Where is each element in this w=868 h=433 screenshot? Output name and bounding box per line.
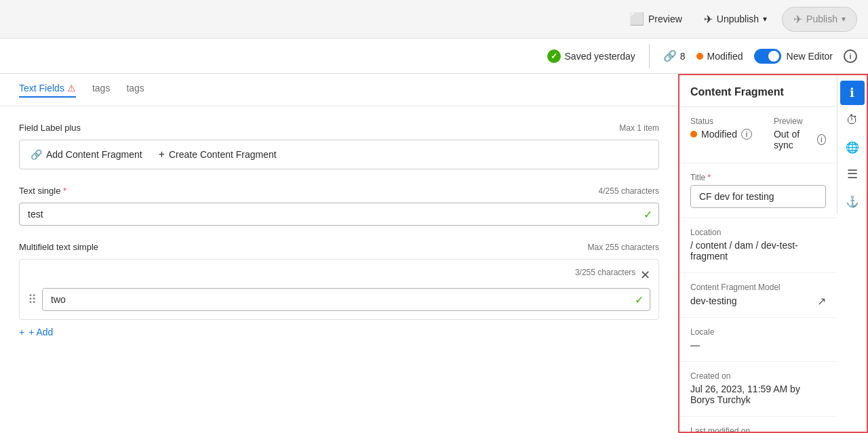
editor-panel: Text Fields ⚠ tags tags Field Label plus… — [0, 74, 678, 433]
status-label: Status — [690, 117, 752, 126]
multifield-check-icon: ✓ — [635, 293, 644, 306]
second-toolbar: ✓ Saved yesterday 🔗 8 Modified New Edito… — [0, 39, 868, 74]
info-button[interactable]: i — [844, 49, 857, 63]
add-icon: + — [19, 327, 24, 337]
multifield-input-wrap: ✓ — [42, 288, 650, 311]
external-link-icon[interactable]: ↗ — [817, 295, 826, 308]
tabs-bar: Text Fields ⚠ tags tags — [0, 74, 678, 106]
main-area: Text Fields ⚠ tags tags Field Label plus… — [0, 74, 868, 433]
status-text: Modified — [701, 129, 737, 140]
tab-text-fields[interactable]: Text Fields ⚠ — [19, 83, 76, 98]
tab-tags-2[interactable]: tags — [126, 83, 144, 98]
form-content: Field Label plus Max 1 item 🔗 Add Conten… — [0, 106, 678, 354]
add-cf-button[interactable]: 🔗 Add Content Fragment — [31, 149, 142, 160]
tab-tags-2-label: tags — [126, 83, 144, 94]
warning-icon: ⚠ — [67, 83, 76, 94]
created-value: Jul 26, 2023, 11:59 AM by Borys Turchyk — [690, 384, 826, 405]
title-input[interactable] — [690, 185, 826, 208]
new-editor-toggle[interactable] — [754, 49, 781, 64]
link-icon: 🔗 — [663, 49, 677, 62]
saved-check-icon: ✓ — [547, 49, 561, 63]
field-hint-text-single: 4/255 characters — [599, 186, 659, 196]
links-count: 8 — [680, 51, 686, 62]
multifield-inner: 3/255 characters ✕ ⠿ ✓ — [19, 259, 659, 320]
new-editor-toggle-wrap: New Editor — [754, 49, 833, 64]
modified-label: Modified — [707, 51, 743, 62]
preview-info-icon[interactable]: i — [817, 134, 826, 145]
text-single-input[interactable] — [19, 203, 659, 226]
create-cf-button[interactable]: + Create Content Fragment — [159, 148, 277, 161]
location-value: / content / dam / dev-test-fragment — [690, 240, 826, 262]
field-group-multifield: Multifield text simple Max 255 character… — [19, 242, 659, 337]
plus-icon-cf: + — [159, 148, 165, 161]
preview-label: Preview — [648, 14, 682, 24]
text-single-input-wrap: ✓ — [19, 203, 659, 226]
publish-label: Publish — [806, 14, 837, 24]
content-fragment-box[interactable]: 🔗 Add Content Fragment + Create Content … — [19, 140, 659, 169]
field-label-cf: Field Label plus — [19, 123, 81, 133]
status-info-icon[interactable]: i — [741, 129, 752, 140]
multifield-item: ⠿ ✓ — [28, 288, 650, 311]
cf-model-value: dev-testing — [690, 295, 736, 306]
right-panel: Content Fragment Status Modified i Previ… — [678, 74, 868, 433]
create-cf-label: Create Content Fragment — [169, 149, 277, 160]
add-item-button[interactable]: + + Add — [19, 327, 53, 337]
sidebar-history-button[interactable]: ⏱ — [840, 108, 865, 132]
panel-status-row: Status Modified i Preview Out of sync i — [690, 117, 826, 150]
multifield-header: Multifield text simple Max 255 character… — [19, 242, 659, 252]
sidebar-info-button[interactable]: ℹ — [840, 81, 865, 105]
sidebar-anchor-button[interactable]: ⚓ — [840, 189, 865, 213]
field-group-cf: Field Label plus Max 1 item 🔗 Add Conten… — [19, 123, 659, 169]
preview-panel-text: Out of sync — [774, 129, 813, 150]
right-panel-header: Content Fragment — [679, 75, 837, 107]
multifield-close-button[interactable]: ✕ — [640, 268, 650, 283]
add-label: + Add — [28, 327, 53, 337]
preview-panel-label: Preview — [774, 117, 826, 126]
panel-preview-col: Preview Out of sync i — [774, 117, 826, 150]
created-label: Created on — [690, 371, 826, 381]
status-dot-icon — [690, 131, 697, 138]
preview-button[interactable]: ⬜ Preview — [623, 7, 689, 30]
cf-model-label: Content Fragment Model — [690, 283, 826, 292]
toggle-knob — [768, 51, 779, 62]
drag-handle-icon[interactable]: ⠿ — [28, 292, 37, 307]
unpublish-button[interactable]: ✈ Unpublish ▾ — [697, 9, 774, 30]
sidebar-icons: ℹ ⏱ 🌐 ☰ ⚓ — [837, 75, 867, 213]
panel-status-section: Status Modified i Preview Out of sync i — [679, 107, 837, 163]
panel-last-modified-section: Last modified on — [679, 417, 837, 433]
link-icon-cf: 🔗 — [31, 149, 42, 160]
multifield-label: Multifield text simple — [19, 242, 98, 252]
saved-badge: ✓ Saved yesterday — [547, 49, 635, 63]
multifield-input[interactable] — [42, 288, 650, 311]
publish-chevron-icon: ▾ — [842, 14, 846, 24]
multifield-item-header: 3/255 characters ✕ — [28, 268, 650, 283]
field-label-text-single: Text single * — [19, 186, 66, 196]
divider-1 — [649, 44, 650, 68]
panel-title-section: Title * — [679, 163, 837, 218]
publish-button[interactable]: ✈ Publish ▾ — [782, 7, 857, 32]
field-header-text-single: Text single * 4/255 characters — [19, 186, 659, 196]
tab-tags-1[interactable]: tags — [92, 83, 110, 98]
field-hint-cf: Max 1 item — [619, 123, 659, 133]
cf-model-row: dev-testing ↗ — [690, 295, 826, 308]
top-toolbar: ⬜ Preview ✈ Unpublish ▾ ✈ Publish ▾ — [0, 0, 868, 39]
tab-text-fields-label: Text Fields — [19, 83, 64, 94]
panel-location-section: Location / content / dam / dev-test-frag… — [679, 218, 837, 273]
sidebar-globe-button[interactable]: 🌐 — [840, 135, 865, 159]
input-check-icon: ✓ — [644, 208, 652, 221]
sidebar-layers-button[interactable]: ☰ — [840, 162, 865, 186]
publish-icon: ✈ — [793, 13, 802, 26]
locale-label: Locale — [690, 327, 826, 337]
links-badge: 🔗 8 — [663, 49, 686, 62]
modified-badge: Modified — [696, 51, 743, 62]
panel-status-col: Status Modified i — [690, 117, 752, 150]
multifield-hint: Max 255 characters — [588, 243, 659, 252]
new-editor-label: New Editor — [787, 51, 833, 62]
status-value: Modified i — [690, 129, 752, 140]
title-field-label: Title * — [690, 173, 826, 182]
preview-panel-value: Out of sync i — [774, 129, 826, 150]
panel-locale-section: Locale — — [679, 318, 837, 362]
add-cf-label: Add Content Fragment — [46, 149, 142, 160]
location-label: Location — [690, 228, 826, 237]
tab-tags-1-label: tags — [92, 83, 110, 94]
